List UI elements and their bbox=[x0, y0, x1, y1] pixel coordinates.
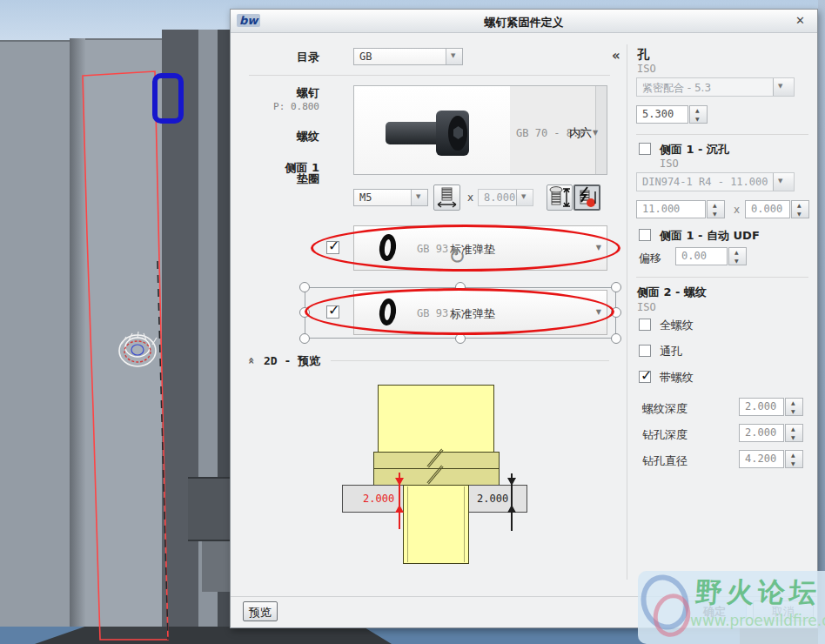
red-arrow-down-icon bbox=[395, 478, 404, 486]
forum-watermark: 野火论坛 www.proewildfire.cn bbox=[638, 571, 825, 644]
black-arrow-down-icon bbox=[507, 478, 516, 486]
dropdown-arrow-icon[interactable] bbox=[516, 190, 533, 205]
red-arrow-up-icon bbox=[395, 505, 404, 513]
screw-head-type[interactable]: 内六 bbox=[569, 125, 592, 141]
times-label: x bbox=[467, 191, 473, 204]
offset-spinner[interactable]: 0.00 bbox=[675, 247, 728, 265]
fastener-definition-dialog: bw 螺钉紧固件定义 目录 GB 螺钉 P: 0.800 螺纹 侧面 1 垫圈 bbox=[230, 9, 818, 628]
drill-diameter-spinner[interactable]: 4.200 bbox=[739, 450, 784, 468]
watermark-title: 野火论坛 bbox=[694, 574, 822, 611]
counterbore-checkbox[interactable] bbox=[639, 143, 651, 155]
through-hole-checkbox[interactable] bbox=[639, 345, 651, 357]
through-hole-label: 通孔 bbox=[660, 344, 682, 359]
washer-section-label: 垫圈 bbox=[267, 171, 319, 187]
drill-depth-value: 2.000 bbox=[745, 426, 776, 439]
counterbore-depth-spinner[interactable]: 0.000 bbox=[745, 200, 790, 218]
hole-diameter-spinner[interactable]: 5.300 bbox=[636, 105, 688, 124]
full-thread-checkbox[interactable] bbox=[639, 319, 651, 331]
thread-label: 螺纹 bbox=[276, 129, 319, 144]
thread-line bbox=[464, 486, 465, 562]
collapse-section-icon[interactable] bbox=[245, 357, 258, 364]
dropdown-arrow-icon[interactable] bbox=[446, 49, 462, 64]
auto-udf-label: 侧面 1 - 自动 UDF bbox=[660, 228, 760, 244]
dim-left-value: 2.000 bbox=[363, 493, 394, 505]
auto-depth-icon bbox=[575, 186, 599, 209]
iso-label-3: ISO bbox=[637, 301, 656, 313]
watermark-url: www.proewildfire.cn bbox=[690, 612, 825, 629]
dialog-title: 螺钉紧固件定义 bbox=[231, 15, 817, 30]
counterbore-label: 侧面 1 - 沉孔 bbox=[660, 142, 729, 158]
pitch-value: P: 0.800 bbox=[250, 101, 319, 112]
selection-handle[interactable] bbox=[611, 333, 621, 344]
side2-title: 侧面 2 - 螺纹 bbox=[637, 285, 707, 300]
thread-depth-label: 螺纹深度 bbox=[642, 401, 688, 417]
counterbore-combo[interactable]: DIN974-1 R4 - 11.000 bbox=[636, 172, 795, 191]
spinner-buttons[interactable] bbox=[785, 398, 803, 416]
black-arrow-up-icon bbox=[507, 505, 516, 513]
screw-shaft-section bbox=[403, 485, 469, 564]
thread-depth-spinner[interactable]: 2.000 bbox=[739, 398, 784, 416]
thread-line bbox=[407, 486, 408, 562]
counterbore-dia-value: 11.000 bbox=[642, 203, 680, 215]
screw-length-icon bbox=[547, 185, 572, 210]
drill-diameter-value: 4.200 bbox=[745, 453, 776, 465]
dropdown-arrow-icon[interactable]: ▼ bbox=[593, 129, 598, 137]
dim-right-value: 2.000 bbox=[477, 493, 508, 505]
spinner-buttons[interactable] bbox=[785, 424, 803, 442]
offset-value: 0.00 bbox=[681, 250, 707, 262]
fit-value: 紧密配合 - 5.3 bbox=[642, 81, 711, 96]
screw-label: 螺钉 bbox=[276, 85, 319, 101]
panel-divider bbox=[627, 44, 627, 580]
dialog-titlebar[interactable]: bw 螺钉紧固件定义 bbox=[231, 10, 817, 33]
with-thread-label: 带螺纹 bbox=[660, 370, 694, 386]
catalog-label: 目录 bbox=[276, 50, 319, 65]
auto-depth-button[interactable] bbox=[573, 184, 600, 211]
hole-diameter-value: 5.300 bbox=[642, 108, 674, 120]
screw-length-button[interactable] bbox=[547, 184, 573, 211]
hole-title: 孔 bbox=[637, 47, 649, 63]
spinner-buttons[interactable] bbox=[785, 450, 803, 468]
fit-combo[interactable]: 紧密配合 - 5.3 bbox=[636, 77, 795, 97]
thread-diameter-icon bbox=[434, 185, 459, 210]
offset-label: 偏移 bbox=[639, 251, 661, 266]
spinner-buttons[interactable] bbox=[728, 247, 747, 265]
counterbore-depth-value: 0.000 bbox=[751, 203, 782, 215]
collapse-panel-icon[interactable] bbox=[612, 47, 620, 64]
thread-diameter-button[interactable] bbox=[433, 184, 460, 211]
red-ellipse-annotation-1[interactable] bbox=[311, 225, 620, 272]
spinner-buttons[interactable] bbox=[689, 105, 708, 124]
screw-length-value: 8.000 bbox=[484, 191, 515, 204]
thread-depth-value: 2.000 bbox=[745, 400, 776, 413]
thread-size-value: M5 bbox=[359, 191, 372, 204]
preview-button[interactable]: 预览 bbox=[243, 601, 278, 621]
iso-label-2: ISO bbox=[660, 158, 679, 170]
application-window: bw 螺钉紧固件定义 目录 GB 螺钉 P: 0.800 螺纹 侧面 1 垫圈 bbox=[0, 0, 825, 644]
screw-preview-panel[interactable]: GB 70 - 8.8 内六 ▼ bbox=[353, 85, 607, 175]
iso-label-1: ISO bbox=[637, 63, 656, 75]
dropdown-arrow-icon[interactable] bbox=[773, 173, 794, 191]
counterbore-dia-spinner[interactable]: 11.000 bbox=[636, 200, 706, 218]
dropdown-arrow-icon[interactable] bbox=[411, 190, 427, 205]
drill-depth-spinner[interactable]: 2.000 bbox=[739, 424, 784, 442]
screw-length-combo[interactable]: 8.000 bbox=[478, 189, 533, 206]
divider bbox=[636, 134, 808, 135]
selection-handle[interactable] bbox=[299, 282, 310, 292]
spinner-buttons[interactable] bbox=[791, 200, 809, 218]
spinner-buttons[interactable] bbox=[707, 200, 725, 218]
red-ellipse-annotation-2[interactable] bbox=[305, 288, 614, 335]
drill-diameter-label: 钻孔直径 bbox=[642, 453, 688, 469]
screw-head-section bbox=[378, 385, 494, 453]
thread-size-combo[interactable]: M5 bbox=[353, 189, 428, 206]
divider bbox=[636, 277, 808, 278]
full-thread-label: 全螺纹 bbox=[660, 318, 694, 333]
times-label-2: x bbox=[734, 204, 740, 216]
dropdown-arrow-icon[interactable] bbox=[773, 78, 794, 96]
selection-handle[interactable] bbox=[299, 333, 310, 344]
auto-udf-checkbox[interactable] bbox=[639, 229, 651, 241]
divider bbox=[249, 75, 610, 76]
selected-edge-loop bbox=[155, 76, 181, 121]
with-thread-checkbox[interactable] bbox=[639, 371, 651, 383]
close-icon[interactable] bbox=[795, 14, 809, 28]
catalog-combo[interactable]: GB bbox=[353, 48, 463, 65]
selection-handle[interactable] bbox=[611, 282, 621, 292]
